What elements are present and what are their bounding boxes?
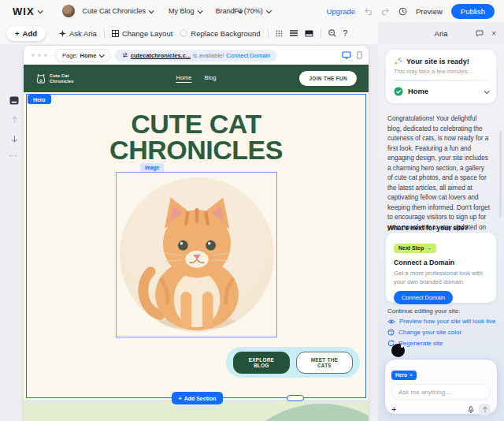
site-history-button[interactable] [398,7,407,16]
eye-icon [387,319,395,325]
party-popper-icon [394,57,402,65]
chip-close-icon[interactable]: × [410,372,413,378]
aria-chat-box: Hero × + [384,359,498,415]
section-resize-handle[interactable] [287,395,304,401]
phone-icon [357,51,362,59]
arrow-down-icon [11,135,18,143]
add-button[interactable]: + Add [6,26,46,41]
move-section-up-button[interactable] [11,116,18,124]
site-logo-text: Cute Cat Chronicles [50,73,74,84]
comments-button[interactable] [476,30,484,37]
replace-background-label: Replace Background [191,29,260,38]
hero-context-chip[interactable]: Hero × [391,371,417,380]
section-icon [9,96,19,105]
site-preview: Cute Cat Chronicles Home Blog JOIN THE F… [24,65,369,421]
publish-button[interactable]: Publish [451,4,495,19]
hero-section-badge[interactable]: Hero [28,95,51,104]
mobile-view-button[interactable] [357,51,362,59]
aria-panel: Your site is ready! This may take a few … [378,44,504,421]
zoom-tool-button[interactable] [328,29,336,37]
panel-scrollbar[interactable] [499,131,502,218]
lines-icon [290,30,298,36]
section-tool-button[interactable] [9,96,19,105]
change-color-label: Change your site color [398,329,461,336]
close-panel-button[interactable]: × [491,29,496,38]
upgrade-link[interactable]: Upgrade [327,7,355,16]
site-name-menu[interactable]: Cute Cat Chronicles [83,7,154,15]
editor-topbar: WIX Cute Cat Chronicles My Blog Brand Fi… [0,0,504,22]
connect-domain-button[interactable]: Connect Domain [394,291,453,304]
send-button[interactable] [479,404,491,415]
site-header[interactable]: Cute Cat Chronicles Home Blog JOIN THE F… [24,65,369,92]
chevron-down-icon [484,88,490,94]
aria-chat-input[interactable] [391,384,491,400]
preview-button[interactable]: Preview [416,7,443,16]
comment-icon [476,30,484,37]
nav-home-link[interactable]: Home [176,74,191,84]
page-selector[interactable]: Page: Home [55,49,110,62]
help-button[interactable]: ? [343,29,348,38]
join-the-fun-button[interactable]: JOIN THE FUN [299,71,357,86]
pattern-button[interactable] [276,30,283,37]
zoom-level-menu[interactable]: Fit (70%) [234,7,270,15]
explore-blog-button[interactable]: EXPLORE BLOG [233,352,290,374]
domain-bar[interactable]: cutecatchronicles.c... is available! Con… [115,50,277,61]
preview-site-label: Preview how your site will look live [399,318,495,325]
divider [268,28,269,39]
change-color-link[interactable]: Change your site color [387,329,461,336]
domain-status: is available! [193,52,224,59]
editor-canvas: Page: Home cutecatchronicles.c... is ava… [24,46,369,421]
wix-menu[interactable]: WIX [13,6,42,17]
undo-icon [364,7,372,15]
swap-icon [122,52,128,58]
ready-page-name: Home [408,88,428,95]
move-section-down-button[interactable] [11,135,18,143]
browser-chrome: Page: Home cutecatchronicles.c... is ava… [24,46,369,65]
divider [321,28,321,39]
hero-image-selection[interactable] [116,172,277,337]
ask-aria-label: Ask Aria [69,29,97,38]
meet-the-cats-button[interactable]: MEET THE CATS [296,352,353,374]
site-nav: Home Blog [176,74,216,84]
undo-button[interactable] [364,7,372,15]
list-view-button[interactable] [290,30,298,36]
voice-input-button[interactable] [468,406,474,414]
replace-background-button[interactable]: Replace Background [180,29,260,38]
ready-subtitle: This may take a few minutes... [394,68,488,75]
site-ready-card: Your site is ready! This may take a few … [386,50,496,103]
chevron-down-icon [197,8,202,13]
nav-blog-link[interactable]: Blog [205,74,217,84]
chevron-down-icon [37,8,43,13]
change-layout-button[interactable]: Change Layout [112,29,172,38]
next-step-badge: Next Step → [394,244,436,253]
zoom-level-label: Fit (70%) [234,7,263,15]
site-avatar[interactable] [62,5,75,17]
hero-title[interactable]: CUTE CAT CHRONICLES [24,111,369,164]
media-button[interactable] [305,30,313,37]
aria-panel-title: Aria [435,29,448,38]
arrow-up-icon [11,116,18,124]
cta-button-group: EXPLORE BLOG MEET THE CATS [226,347,360,378]
ask-aria-button[interactable]: Ask Aria [59,29,97,38]
ready-page-row[interactable]: Home [394,87,488,96]
plus-icon: + [391,404,396,414]
my-blog-menu[interactable]: My Blog [169,7,202,15]
image-element-badge[interactable]: Image [140,163,164,172]
close-icon: × [491,29,496,38]
preview-site-link[interactable]: Preview how your site will look live [387,318,495,325]
redo-button[interactable] [381,7,390,15]
hero-section[interactable]: Hero CUTE CAT CHRONICLES Image [24,92,369,400]
wix-logo: WIX [13,6,35,17]
desktop-view-button[interactable] [342,51,351,59]
attach-button[interactable]: + [391,405,396,414]
media-icon [305,30,313,37]
arrow-right-icon: → [426,245,432,251]
chevron-down-icon [149,8,154,13]
site-logo: Cute Cat Chronicles [35,73,74,84]
cat-logo-icon [35,73,46,84]
connect-domain-link[interactable]: Connect Domain [226,52,270,59]
layout-grid-icon [112,30,119,37]
section-more-button[interactable]: ⋯ [9,151,18,161]
redo-icon [381,7,390,15]
add-section-button[interactable]: + Add Section [172,392,223,404]
